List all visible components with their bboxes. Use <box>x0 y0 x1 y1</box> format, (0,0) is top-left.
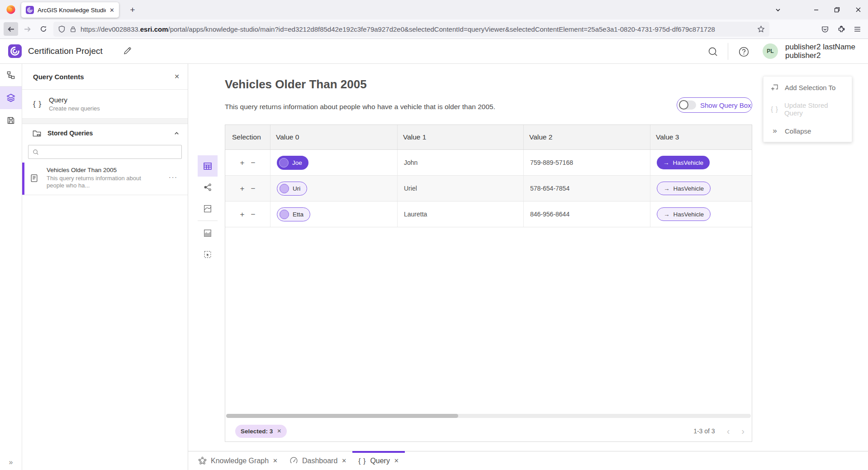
rail-item-contents[interactable] <box>0 86 22 109</box>
show-query-box-toggle[interactable]: Show Query Box <box>677 97 752 113</box>
column-header-value1[interactable]: Value 1 <box>398 125 524 149</box>
relationship-pill[interactable]: → HasVehicle <box>657 182 711 195</box>
tab-label: Knowledge Graph <box>211 457 269 465</box>
table-empty-area <box>225 227 752 414</box>
stored-query-description: This query returns information about peo… <box>47 175 170 189</box>
search-icon[interactable] <box>707 46 719 58</box>
relationship-pill[interactable]: → HasVehicle <box>657 207 711 221</box>
menu-label: Add Selection To <box>785 84 835 91</box>
panel-header: Query Contents ✕ <box>22 64 188 90</box>
query-item-subtitle: Create new queries <box>49 105 100 112</box>
collapse-chevrons-icon: » <box>771 126 779 135</box>
user-name[interactable]: publisher2 lastName publisher2 <box>785 43 855 60</box>
column-header-value2[interactable]: Value 2 <box>524 125 650 149</box>
tab-query[interactable]: { } Query ✕ <box>352 451 405 470</box>
url-bar[interactable]: https://dev0028833.esri.com/portal/apps/… <box>53 22 769 37</box>
row-range-label: 1-3 of 3 <box>693 427 715 435</box>
stored-query-options-icon[interactable]: ··· <box>169 173 178 181</box>
pocket-icon[interactable] <box>819 23 831 35</box>
user-avatar[interactable]: PL <box>763 43 778 59</box>
stored-queries-title: Stored Queries <box>47 129 168 137</box>
table-row[interactable]: + − Uri Uriel 578-654-7854 → HasVehicle <box>225 176 752 201</box>
tab-close-icon[interactable]: ✕ <box>273 457 278 464</box>
url-text[interactable]: https://dev0028833.esri.com/portal/apps/… <box>81 25 753 33</box>
remove-selection-icon[interactable]: − <box>251 185 256 192</box>
bookmark-star-icon[interactable] <box>757 25 765 33</box>
scrollbar-thumb[interactable] <box>226 414 458 418</box>
tab-knowledge-graph[interactable]: Knowledge Graph ✕ <box>192 451 284 470</box>
stored-queries-header[interactable]: Stored Queries <box>22 124 188 142</box>
column-header-selection[interactable]: Selection <box>225 125 270 149</box>
entity-dot-icon <box>280 210 289 219</box>
edit-title-pencil-icon[interactable] <box>123 47 132 55</box>
remove-selection-icon[interactable]: − <box>251 159 256 167</box>
new-tab-button[interactable]: + <box>127 4 138 16</box>
menu-item-add-selection-to[interactable]: Add Selection To <box>764 77 852 98</box>
window-minimize-button[interactable] <box>809 4 823 15</box>
horizontal-scrollbar[interactable] <box>226 414 751 418</box>
reload-button[interactable] <box>36 22 51 36</box>
next-page-icon[interactable]: › <box>741 427 745 436</box>
add-selection-icon[interactable]: + <box>240 159 245 167</box>
entity-pill[interactable]: Uri <box>277 182 307 196</box>
select-area-icon <box>203 250 212 259</box>
rail-item-data-model[interactable] <box>0 64 22 86</box>
column-header-value3[interactable]: Value 3 <box>650 125 752 149</box>
add-selection-icon[interactable]: + <box>240 211 245 218</box>
remove-selection-icon[interactable]: − <box>251 211 256 218</box>
add-to-map-button[interactable] <box>198 222 218 244</box>
window-close-button[interactable] <box>851 4 865 15</box>
map-view-button[interactable] <box>198 198 218 219</box>
app-logo-icon <box>8 44 22 58</box>
tab-close-icon[interactable]: ✕ <box>394 457 399 464</box>
extensions-puzzle-icon[interactable] <box>835 23 847 35</box>
toggle-track[interactable] <box>679 101 696 110</box>
link-chart-view-button[interactable] <box>198 177 218 198</box>
stored-query-item[interactable]: Vehicles Older Than 2005 This query retu… <box>22 163 188 195</box>
menu-item-update-stored-query[interactable]: { } Update Stored Query <box>764 98 852 120</box>
toolbar-divider <box>198 221 218 221</box>
table-row[interactable]: + − Joe John 759-889-57168 → HasVehicle <box>225 150 752 176</box>
browser-tab-title: ArcGIS Knowledge Studio <box>38 7 106 14</box>
phone-cell: 578-654-7854 <box>524 176 650 201</box>
relationship-pill[interactable]: → HasVehicle <box>657 156 710 169</box>
chevron-up-icon[interactable] <box>174 130 180 136</box>
expand-rail-chevrons[interactable]: » <box>0 458 22 466</box>
clear-selection-icon[interactable]: ✕ <box>277 428 281 434</box>
menu-item-collapse[interactable]: » Collapse <box>764 120 852 142</box>
shield-icon[interactable] <box>58 25 66 33</box>
panel-close-icon[interactable]: ✕ <box>174 73 180 80</box>
content-tab-bar: Knowledge Graph ✕ Dashboard ✕ { } Query … <box>188 451 868 470</box>
window-restore-button[interactable] <box>830 4 844 15</box>
browser-tab[interactable]: ArcGIS Knowledge Studio ✕ <box>21 2 119 18</box>
lock-icon[interactable] <box>70 26 76 33</box>
toggle-knob[interactable] <box>679 100 688 110</box>
selection-tool-button[interactable] <box>198 244 218 265</box>
column-header-value0[interactable]: Value 0 <box>270 125 398 149</box>
search-input[interactable] <box>43 149 177 155</box>
tab-label: Dashboard <box>302 457 337 465</box>
selected-count-chip[interactable]: Selected: 3 ✕ <box>235 425 287 438</box>
phone-cell: 759-889-57168 <box>524 150 650 175</box>
tab-close-icon[interactable]: ✕ <box>109 7 114 14</box>
query-list-item[interactable]: { } Query Create new queries <box>22 90 188 119</box>
entity-pill[interactable]: Etta <box>277 207 310 221</box>
entity-pill[interactable]: Joe <box>277 156 308 170</box>
add-selection-icon[interactable]: + <box>240 185 245 192</box>
app-logo-icon <box>26 6 34 14</box>
table-view-button[interactable] <box>198 155 218 177</box>
help-icon[interactable] <box>738 46 749 58</box>
selection-cell: + − <box>225 201 270 227</box>
tab-close-icon[interactable]: ✕ <box>342 457 346 464</box>
previous-page-icon[interactable]: ‹ <box>727 427 730 436</box>
stored-queries-search[interactable] <box>28 145 182 159</box>
hamburger-menu-icon[interactable] <box>851 23 863 35</box>
tab-dashboard[interactable]: Dashboard ✕ <box>284 451 352 470</box>
forward-button[interactable] <box>20 22 34 36</box>
layers-icon <box>6 93 16 103</box>
table-row[interactable]: + − Etta Lauretta 846-956-8644 → HasVehi… <box>225 201 752 227</box>
firefox-icon[interactable] <box>6 5 16 14</box>
tab-list-chevron-icon[interactable] <box>771 4 785 15</box>
rail-item-save[interactable] <box>0 109 22 132</box>
back-button[interactable] <box>4 22 18 36</box>
